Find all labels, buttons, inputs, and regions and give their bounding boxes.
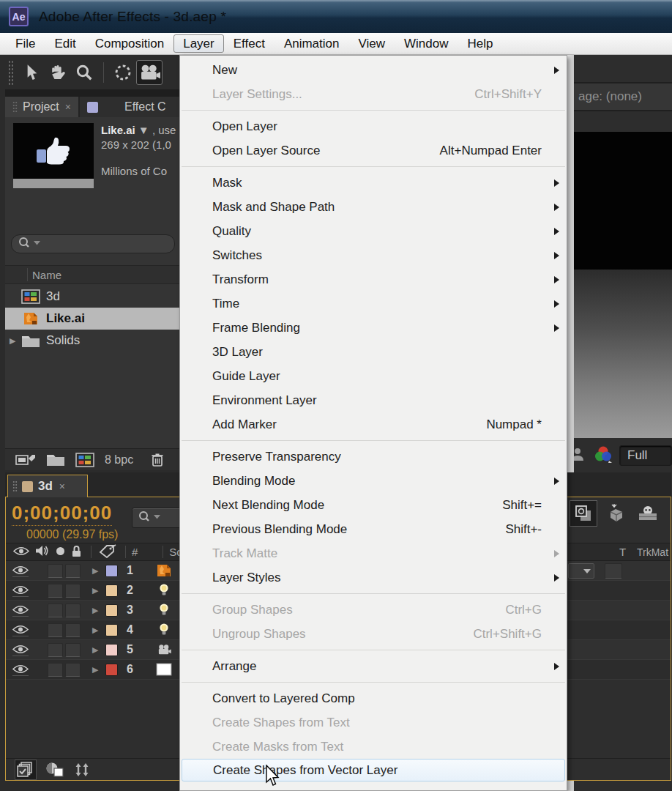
project-search-field[interactable]	[11, 234, 175, 253]
blend-visibility-button[interactable]	[15, 760, 37, 780]
layer-number-column[interactable]: #	[132, 546, 138, 558]
trkmat-column[interactable]: TrkMat	[637, 546, 668, 558]
expander-arrow-icon[interactable]: ▶	[10, 336, 20, 346]
solo-switch-well[interactable]	[65, 643, 81, 657]
menu-item-ungroup-shapes[interactable]: Ungroup Shapes Ctrl+Shift+G	[180, 622, 567, 646]
menu-item-create-masks-from-text[interactable]: Create Masks from Text	[180, 735, 567, 759]
menu-item-quality[interactable]: Quality	[180, 219, 567, 243]
resolution-dropdown[interactable]: Full	[619, 445, 672, 466]
camera-tool[interactable]	[136, 60, 163, 85]
zoom-tool[interactable]	[71, 60, 97, 85]
menubar-item-layer[interactable]: Layer	[173, 34, 224, 53]
live-update-button[interactable]	[570, 500, 597, 527]
layer-expander-icon[interactable]: ▶	[92, 586, 101, 595]
audio-switch-well[interactable]	[48, 643, 63, 657]
layer-expander-icon[interactable]: ▶	[92, 625, 101, 635]
layer-visibility-toggle[interactable]	[12, 664, 29, 676]
menu-item-new[interactable]: New	[180, 58, 567, 82]
menu-item-group-shapes[interactable]: Group Shapes Ctrl+G	[180, 598, 567, 622]
menu-item-guide-layer[interactable]: Guide Layer	[180, 364, 567, 388]
menu-item-preserve-transparency[interactable]: Preserve Transparency	[180, 445, 567, 469]
menu-item-frame-blending[interactable]: Frame Blending	[180, 316, 567, 340]
menu-item-transform[interactable]: Transform	[180, 267, 567, 291]
audio-switch-well[interactable]	[48, 663, 63, 677]
footage-viewer-tab[interactable]: age: (none)	[574, 82, 672, 111]
expand-columns-button[interactable]	[73, 762, 91, 778]
frame-blending-button[interactable]	[666, 500, 672, 527]
menubar-item-edit[interactable]: Edit	[45, 33, 85, 54]
eye-icon[interactable]	[13, 546, 29, 557]
menu-item-track-matte[interactable]: Track Matte	[180, 541, 567, 565]
menu-item-3d-layer[interactable]: 3D Layer	[180, 340, 567, 364]
bit-depth-button[interactable]: 8 bpc	[105, 453, 133, 467]
layer-label-color[interactable]	[105, 644, 118, 656]
menu-item-add-marker[interactable]: Add Marker Numpad *	[180, 412, 567, 437]
layer-label-color[interactable]	[105, 624, 118, 636]
layer-label-color[interactable]	[105, 604, 118, 617]
menu-item-arrange[interactable]: Arrange	[180, 654, 567, 678]
rotate-tool[interactable]	[110, 60, 136, 85]
menubar-item-effect[interactable]: Effect	[224, 33, 275, 54]
new-folder-button[interactable]	[46, 453, 65, 467]
layer-label-color[interactable]	[105, 565, 118, 577]
audio-switch-well[interactable]	[48, 623, 63, 637]
solo-switch-well[interactable]	[65, 564, 81, 578]
current-time-display[interactable]: 0;00;00;00	[12, 502, 112, 526]
menu-item-mask-and-shape-path[interactable]: Mask and Shape Path	[180, 195, 567, 219]
new-composition-button[interactable]	[75, 453, 94, 467]
layer-visibility-toggle[interactable]	[12, 624, 29, 636]
menu-item-next-blending-mode[interactable]: Next Blending Mode Shift+=	[180, 493, 567, 517]
trash-button[interactable]	[151, 453, 164, 467]
trkmat-well[interactable]	[605, 563, 622, 579]
solo-switch-well[interactable]	[65, 584, 81, 598]
menubar-item-animation[interactable]: Animation	[275, 33, 349, 54]
menu-item-blending-mode[interactable]: Blending Mode	[180, 469, 567, 493]
menubar-item-composition[interactable]: Composition	[86, 33, 174, 54]
footage-name[interactable]: Like.ai	[101, 124, 135, 136]
menubar-item-view[interactable]: View	[349, 33, 395, 54]
menu-item-create-shapes-from-vector-layer[interactable]: Create Shapes from Vector Layer	[182, 759, 565, 781]
name-column-header[interactable]: Name	[32, 269, 61, 281]
layer-visibility-toggle[interactable]	[12, 565, 29, 577]
menu-item-open-layer[interactable]: Open Layer	[180, 114, 567, 138]
label-tag-icon[interactable]	[99, 544, 116, 558]
solo-switch-well[interactable]	[65, 604, 81, 617]
menu-item-create-shapes-from-text[interactable]: Create Shapes from Text	[180, 710, 567, 735]
rgb-wheels-icon[interactable]	[593, 445, 613, 464]
layer-visibility-toggle[interactable]	[12, 644, 29, 656]
audio-switch-well[interactable]	[48, 604, 63, 617]
layer-expander-icon[interactable]: ▶	[92, 665, 101, 675]
tab-project[interactable]: Project ×	[5, 97, 78, 117]
viewer-canvas-black[interactable]	[574, 132, 672, 270]
layer-visibility-toggle[interactable]	[12, 604, 29, 617]
timeline-tab-3d[interactable]: 3d ×	[7, 475, 88, 497]
solo-switch-well[interactable]	[65, 663, 81, 677]
interpret-footage-button[interactable]	[15, 453, 36, 467]
menu-item-open-layer-source[interactable]: Open Layer Source Alt+Numpad Enter	[180, 138, 567, 163]
selection-tool[interactable]	[18, 60, 45, 85]
menu-item-mask[interactable]: Mask	[180, 171, 567, 195]
layer-expander-icon[interactable]: ▶	[92, 606, 101, 615]
menu-item-previous-blending-mode[interactable]: Previous Blending Mode Shift+-	[180, 517, 567, 541]
solo-icon[interactable]	[56, 546, 65, 556]
menu-item-convert-to-layered-comp[interactable]: Convert to Layered Comp	[180, 686, 567, 710]
menu-item-layer-settings[interactable]: Layer Settings... Ctrl+Shift+Y	[180, 82, 567, 106]
menu-item-environment-layer[interactable]: Environment Layer	[180, 388, 567, 412]
footage-thumbnail[interactable]	[13, 123, 94, 179]
menubar-item-file[interactable]: File	[6, 33, 45, 54]
solo-switch-well[interactable]	[65, 623, 81, 637]
audio-switch-well[interactable]	[48, 564, 63, 578]
menubar-item-help[interactable]: Help	[458, 33, 503, 54]
layer-expander-icon[interactable]: ▶	[92, 566, 101, 576]
menu-item-switches[interactable]: Switches	[180, 243, 567, 267]
lock-icon[interactable]	[71, 545, 82, 557]
layer-label-color[interactable]	[105, 584, 118, 597]
panel-grip[interactable]	[12, 480, 18, 492]
toolbar-grip[interactable]	[8, 60, 14, 85]
layer-label-color[interactable]	[105, 664, 118, 676]
timeline-tab-close[interactable]: ×	[59, 480, 65, 492]
panel-grip[interactable]	[12, 101, 18, 113]
layer-expander-icon[interactable]: ▶	[92, 645, 101, 655]
transfer-controls-button[interactable]	[45, 762, 64, 778]
menu-item-time[interactable]: Time	[180, 291, 567, 316]
